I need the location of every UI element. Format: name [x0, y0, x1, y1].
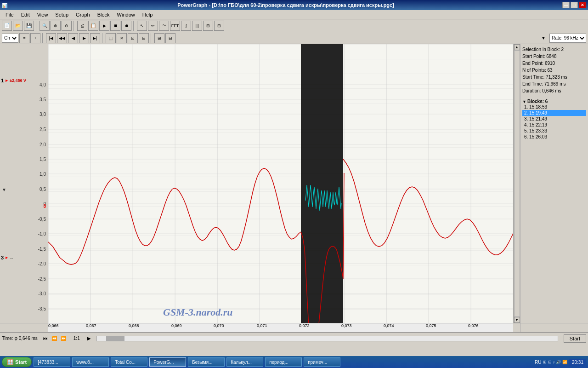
- block-item-4[interactable]: 5. 15:23:33: [522, 128, 586, 134]
- tb-nav-prev[interactable]: ◀◀: [57, 33, 67, 43]
- tb-wave[interactable]: 〜: [159, 21, 169, 31]
- taskbar-item-3[interactable]: PowerG...: [149, 357, 186, 367]
- ch-dropdown-arrow[interactable]: ▼: [2, 187, 6, 192]
- watermark-text: GSM-3.narod.ru: [163, 306, 233, 318]
- menu-help[interactable]: Help: [139, 11, 157, 18]
- window-controls: — □ ✕: [562, 2, 586, 8]
- tb-ch-set[interactable]: ≡: [19, 33, 29, 43]
- blocks-dropdown-arrow[interactable]: ▼: [522, 99, 526, 104]
- tb-extra[interactable]: ⊞: [203, 21, 213, 31]
- tb-sel[interactable]: ⬚: [106, 33, 116, 43]
- minimize-button[interactable]: —: [562, 2, 570, 8]
- sel-duration: Duration: 0,646 ms: [522, 87, 586, 94]
- close-button[interactable]: ✕: [579, 2, 586, 8]
- start-menu-button[interactable]: 🪟 Start: [2, 357, 32, 367]
- taskbar-item-1[interactable]: www.б...: [72, 357, 109, 367]
- nav-arrow-right[interactable]: ⏩: [61, 336, 66, 341]
- taskbar-item-5[interactable]: Калькул...: [226, 357, 263, 367]
- tb-cursor[interactable]: ↖: [137, 21, 147, 31]
- channel-select[interactable]: Ch Ch 1 Ch 2: [2, 34, 18, 43]
- tb-fft[interactable]: FFT: [170, 21, 180, 31]
- tb-spec[interactable]: |||: [192, 21, 202, 31]
- tb-mark2[interactable]: ⊟: [139, 33, 149, 43]
- tb-nav-end[interactable]: ▶|: [90, 33, 100, 43]
- ch1-num: 1: [1, 78, 4, 83]
- taskbar-item-4[interactable]: Безымя...: [188, 357, 225, 367]
- tb-ch-add[interactable]: +: [30, 33, 40, 43]
- tb-open[interactable]: 📂: [13, 21, 23, 31]
- tb-b3[interactable]: ⏺: [121, 21, 131, 31]
- rate-dropdown-arrow[interactable]: ▼: [541, 35, 546, 40]
- block-item-5[interactable]: 6. 15:26:03: [522, 134, 586, 140]
- start-button[interactable]: Start: [564, 334, 586, 343]
- block-item-2[interactable]: 3. 15:21:49: [522, 116, 586, 122]
- tb-save[interactable]: 💾: [24, 21, 34, 31]
- block-item-1[interactable]: 2. 15:19:49: [522, 110, 586, 116]
- tb-nav-stepb[interactable]: ◀: [68, 33, 78, 43]
- x-label-067: 0,067: [86, 323, 96, 328]
- taskbar-item-0[interactable]: [473833...: [34, 357, 70, 367]
- tb-extra2[interactable]: ⊟: [214, 21, 224, 31]
- y-label-10: 1,0: [40, 172, 46, 177]
- nav-arrow-left[interactable]: ⏪: [51, 336, 57, 341]
- main-content: 1 ► ±2,456 V ▼ 3 ► ... 4 ► ... 4,0: [0, 44, 588, 344]
- lang-indicator[interactable]: RU: [535, 360, 541, 365]
- y-label-35: 3,5: [40, 97, 46, 102]
- menu-setup[interactable]: Setup: [51, 11, 72, 18]
- sel-n-points: N of Points: 63: [522, 67, 586, 74]
- tb-new[interactable]: 📄: [2, 21, 12, 31]
- menu-graph[interactable]: Graph: [72, 11, 94, 18]
- tb-pen[interactable]: ✏: [148, 21, 158, 31]
- scroll-track-v[interactable]: [514, 50, 520, 317]
- tb-zoom-in[interactable]: ⊕: [51, 21, 61, 31]
- ch3-num: 3: [1, 255, 4, 260]
- tb-mark[interactable]: ⊡: [128, 33, 138, 43]
- menu-file[interactable]: File: [2, 11, 17, 18]
- x-label-073: 0,074: [384, 323, 394, 328]
- tb-grid2[interactable]: ⊟: [165, 33, 175, 43]
- tb-print[interactable]: 🖨: [77, 21, 87, 31]
- selection-box: [301, 44, 343, 323]
- tb-zoom-fit[interactable]: 🔍: [40, 21, 50, 31]
- nav-right-arrow[interactable]: ▶: [87, 336, 91, 341]
- x-label-0715: 0,072: [299, 323, 310, 328]
- block-item-0[interactable]: 1. 15:18:53: [522, 104, 586, 110]
- rate-select[interactable]: Rate: 96 kHz Rate: 48 kHz Rate: 44 kHz: [549, 34, 586, 43]
- block-item-3[interactable]: 4. 15:22:19: [522, 122, 586, 128]
- h-scrollbar-thumb[interactable]: [106, 336, 124, 341]
- tb-b2[interactable]: ⏹: [110, 21, 120, 31]
- ch1-arrow: ►: [5, 78, 9, 83]
- toolbar-1: 📄 📂 💾 🔍 ⊕ ⊖ 🖨 📋 ▶ ⏹ ⏺ ↖ ✏ 〜 FFT ∫ ||| ⊞ …: [0, 19, 588, 32]
- y-label-25: 2,5: [40, 127, 46, 132]
- h-scrollbar[interactable]: [96, 336, 558, 341]
- tb-zoom-out[interactable]: ⊖: [62, 21, 72, 31]
- tb-copy[interactable]: 📋: [88, 21, 98, 31]
- taskbar-item-6[interactable]: период...: [265, 357, 302, 367]
- menu-view[interactable]: View: [34, 11, 52, 18]
- y-label-40: 4,0: [40, 82, 46, 87]
- tb-b1[interactable]: ▶: [99, 21, 109, 31]
- taskbar-item-2[interactable]: Total Co...: [111, 357, 147, 367]
- tb-nav-stepf[interactable]: ▶: [79, 33, 89, 43]
- menu-window[interactable]: Window: [113, 11, 139, 18]
- graph-region: 1 ► ±2,456 V ▼ 3 ► ... 4 ► ... 4,0: [0, 44, 588, 323]
- nav-arrow-start[interactable]: ⏮: [43, 336, 48, 341]
- menu-block[interactable]: Block: [94, 11, 113, 18]
- menu-edit[interactable]: Edit: [17, 11, 34, 18]
- tb-del[interactable]: ✕: [117, 33, 127, 43]
- tb-math[interactable]: ∫: [181, 21, 191, 31]
- tb-nav-start[interactable]: |◀: [46, 33, 56, 43]
- y-label-m25: -2,5: [38, 276, 46, 282]
- right-scrollbar[interactable]: ▲ ▼: [513, 44, 520, 323]
- toolbar-2: Ch Ch 1 Ch 2 ≡ + |◀ ◀◀ ◀ ▶ ▶| ⬚ ✕ ⊡ ⊟ ⊞ …: [0, 32, 588, 44]
- tb-grid[interactable]: ⊞: [154, 33, 164, 43]
- sel-start-point: Start Point: 6848: [522, 53, 586, 60]
- scroll-down-arrow[interactable]: ▼: [514, 317, 520, 323]
- taskbar-item-7[interactable]: примеч...: [304, 357, 340, 367]
- taskbar-right: RU ⊞ ⊟ ♪ 🔊 📶 20:31: [535, 359, 586, 366]
- scroll-up-arrow[interactable]: ▲: [514, 44, 520, 50]
- tb-sep6: [151, 33, 153, 43]
- graph-main[interactable]: GSM-3.narod.ru: [48, 44, 513, 323]
- maximize-button[interactable]: □: [571, 2, 578, 8]
- time-label: Time: φ 0,646 ms: [2, 336, 38, 341]
